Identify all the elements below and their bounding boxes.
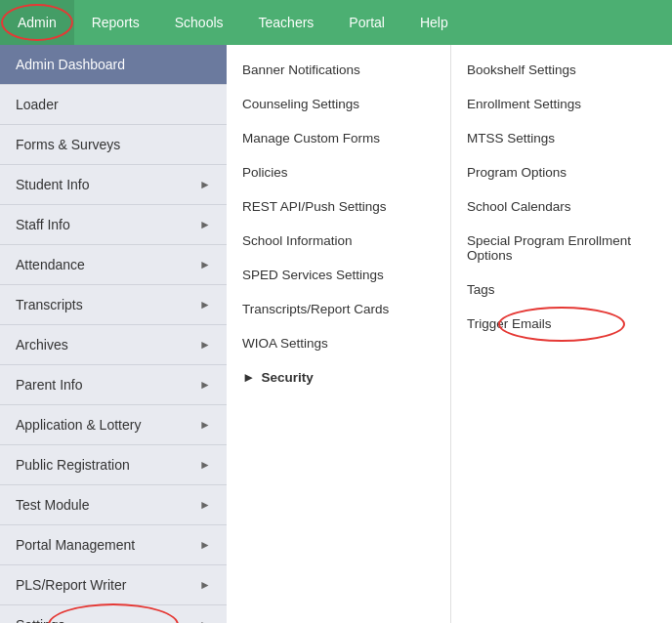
nav-item-admin[interactable]: Admin — [0, 0, 74, 45]
right-menu-item-trigger-emails[interactable]: Trigger Emails — [451, 307, 672, 341]
chevron-icon: ► — [199, 578, 211, 592]
chevron-icon: ► — [199, 258, 211, 271]
sidebar-item-loader[interactable]: Loader — [0, 85, 227, 125]
sidebar-item-forms-surveys[interactable]: Forms & Surveys — [0, 125, 227, 165]
menu-item-security[interactable]: ► Security — [227, 360, 450, 395]
right-menu-item-school-calendars[interactable]: School Calendars — [451, 189, 672, 224]
nav-item-portal[interactable]: Portal — [331, 0, 402, 45]
chevron-icon: ► — [199, 498, 211, 512]
menu-item-wioa-settings[interactable]: WIOA Settings — [227, 326, 450, 360]
sidebar-item-settings[interactable]: Settings ► — [0, 605, 227, 623]
chevron-icon: ► — [199, 298, 211, 312]
sidebar-item-portal-management[interactable]: Portal Management ► — [0, 525, 227, 565]
sidebar-item-student-info[interactable]: Student Info ► — [0, 165, 227, 205]
right-menu-item-tags[interactable]: Tags — [451, 272, 672, 307]
chevron-icon: ► — [199, 458, 211, 472]
sidebar: Admin Dashboard Loader Forms & Surveys S… — [0, 45, 227, 623]
right-menu-item-mtss-settings[interactable]: MTSS Settings — [451, 121, 672, 155]
right-menu-item-bookshelf-settings[interactable]: Bookshelf Settings — [451, 53, 672, 87]
right-menu-item-enrollment-settings[interactable]: Enrollment Settings — [451, 87, 672, 121]
chevron-icon: ► — [199, 618, 211, 623]
chevron-icon: ► — [199, 218, 211, 231]
top-nav: Admin Reports Schools Teachers Portal He… — [0, 0, 672, 45]
menu-item-policies[interactable]: Policies — [227, 155, 450, 189]
menu-item-banner-notifications[interactable]: Banner Notifications — [227, 53, 450, 87]
sidebar-item-attendance[interactable]: Attendance ► — [0, 245, 227, 285]
sidebar-item-parent-info[interactable]: Parent Info ► — [0, 365, 227, 405]
chevron-icon: ► — [199, 538, 211, 552]
nav-item-teachers[interactable]: Teachers — [241, 0, 332, 45]
right-menu-item-special-program[interactable]: Special Program Enrollment Options — [451, 224, 672, 272]
menu-item-transcripts-report[interactable]: Transcripts/Report Cards — [227, 292, 450, 326]
nav-item-help[interactable]: Help — [402, 0, 466, 45]
right-column: Bookshelf Settings Enrollment Settings M… — [451, 45, 672, 623]
sidebar-item-application-lottery[interactable]: Application & Lottery ► — [0, 405, 227, 445]
menu-item-sped-services[interactable]: SPED Services Settings — [227, 258, 450, 292]
sidebar-item-pls-report-writer[interactable]: PLS/Report Writer ► — [0, 565, 227, 605]
chevron-icon: ► — [199, 338, 211, 352]
menu-item-manage-custom-forms[interactable]: Manage Custom Forms — [227, 121, 450, 155]
content-area: Banner Notifications Counseling Settings… — [227, 45, 672, 623]
main-container: Admin Dashboard Loader Forms & Surveys S… — [0, 45, 672, 623]
sidebar-item-staff-info[interactable]: Staff Info ► — [0, 205, 227, 245]
sidebar-item-public-registration[interactable]: Public Registration ► — [0, 445, 227, 485]
middle-column: Banner Notifications Counseling Settings… — [227, 45, 451, 623]
nav-item-reports[interactable]: Reports — [74, 0, 157, 45]
sidebar-item-test-module[interactable]: Test Module ► — [0, 485, 227, 525]
sidebar-item-admin-dashboard[interactable]: Admin Dashboard — [0, 45, 227, 85]
menu-item-school-information[interactable]: School Information — [227, 224, 450, 258]
chevron-icon: ► — [199, 378, 211, 392]
menu-item-counseling-settings[interactable]: Counseling Settings — [227, 87, 450, 121]
chevron-icon: ► — [199, 178, 211, 191]
arrow-right-icon: ► — [242, 370, 255, 385]
sidebar-item-archives[interactable]: Archives ► — [0, 325, 227, 365]
right-menu-item-program-options[interactable]: Program Options — [451, 155, 672, 189]
sidebar-item-transcripts[interactable]: Transcripts ► — [0, 285, 227, 325]
nav-item-schools[interactable]: Schools — [157, 0, 241, 45]
menu-item-rest-api[interactable]: REST API/Push Settings — [227, 189, 450, 224]
chevron-icon: ► — [199, 418, 211, 432]
